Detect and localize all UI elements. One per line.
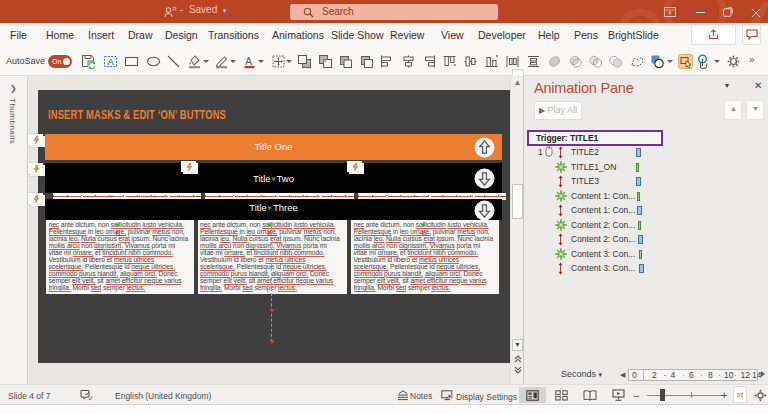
svg-text:A: A <box>107 56 114 67</box>
svg-text:A: A <box>245 56 252 67</box>
svg-text:R: R <box>173 6 178 12</box>
svg-text:✓: ✓ <box>88 395 93 402</box>
